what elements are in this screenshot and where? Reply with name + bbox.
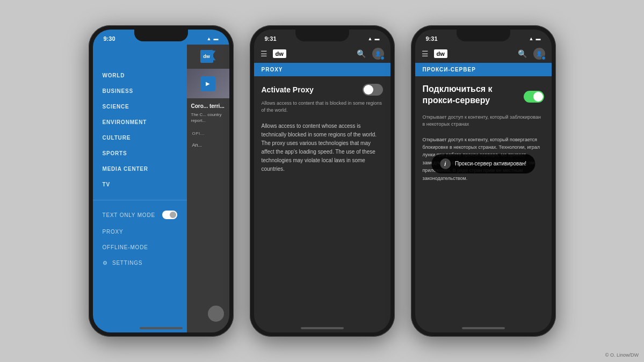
user-avatar-3[interactable]: 👤 bbox=[533, 48, 545, 60]
battery-icon-2: ▬ bbox=[375, 36, 380, 41]
toast-text: Прокси-сервер активирован! bbox=[455, 161, 526, 166]
activate-proxy-toggle[interactable] bbox=[363, 84, 383, 96]
proxy-section-header-2: PROXY bbox=[254, 63, 390, 76]
copyright: © O. Linow/DW bbox=[605, 352, 639, 358]
sidebar-settings-item[interactable]: ⚙ SETTINGS bbox=[93, 255, 187, 271]
status-icons-1: ▲ ▬ bbox=[207, 36, 219, 41]
opinion-thumb bbox=[208, 306, 224, 322]
text-only-mode-toggle[interactable] bbox=[162, 211, 177, 219]
proxy-label: PROXY bbox=[103, 229, 124, 235]
sidebar-item-world[interactable]: WORLD bbox=[93, 68, 187, 83]
sidebar-proxy[interactable]: PROXY bbox=[93, 224, 187, 240]
text-only-mode-label: TEXT ONLY MODE bbox=[103, 212, 155, 218]
connect-proxy-toggle[interactable] bbox=[524, 91, 544, 103]
connect-proxy-title: Подключиться к прокси-серверу bbox=[423, 84, 524, 106]
sidebar-divider bbox=[93, 200, 187, 200]
toast-notification: i Прокси-сервер активирован! bbox=[431, 154, 535, 173]
sidebar-item-environment[interactable]: ENVIRONMENT bbox=[93, 114, 187, 130]
sidebar-item-culture[interactable]: CULTURE bbox=[93, 130, 187, 146]
topbar-left-3: ☰ dw bbox=[422, 49, 447, 58]
notch-3 bbox=[457, 30, 510, 41]
proxy-header-text-3: ПРОКСИ-СЕРВЕР bbox=[423, 67, 544, 73]
news-title: Coro... terri... bbox=[191, 103, 225, 110]
dw-logo-2: dw bbox=[273, 49, 286, 58]
info-icon: i bbox=[440, 158, 451, 169]
settings-label: SETTINGS bbox=[112, 260, 142, 266]
back-chevron[interactable]: ❮ bbox=[209, 49, 222, 61]
play-button[interactable]: ▶ bbox=[200, 76, 215, 91]
proxy-section-header-3: ПРОКСИ-СЕРВЕР bbox=[415, 63, 552, 76]
phones-container: 9:30 ▲ ▬ WORLD BUSINESS SCIENCE ENVIRONM… bbox=[78, 15, 567, 347]
dw-topbar-2: ☰ dw 🔍 👤 bbox=[254, 45, 390, 63]
dw-logo-text-3: dw bbox=[437, 50, 445, 57]
phone-1: 9:30 ▲ ▬ WORLD BUSINESS SCIENCE ENVIRONM… bbox=[89, 25, 234, 337]
offline-mode-label: OFFLINE-MODE bbox=[103, 244, 148, 250]
content-peek: ❮ dw ▶ Coro... terri... The C... country… bbox=[187, 45, 229, 332]
notch-2 bbox=[295, 30, 349, 41]
hamburger-icon-2[interactable]: ☰ bbox=[261, 49, 267, 58]
notch-1 bbox=[134, 30, 188, 41]
opinion-label: OPI... bbox=[187, 128, 229, 139]
sidebar-nav: WORLD BUSINESS SCIENCE ENVIRONMENT CULTU… bbox=[93, 63, 187, 197]
gear-icon: ⚙ bbox=[103, 260, 108, 266]
topbar-left-2: ☰ dw bbox=[261, 49, 286, 58]
wifi-icon-3: ▲ bbox=[529, 36, 534, 41]
proxy-header-text-2: PROXY bbox=[262, 67, 383, 73]
sidebar-item-business[interactable]: BUSINESS bbox=[93, 83, 187, 99]
user-avatar-2[interactable]: 👤 bbox=[372, 48, 384, 60]
topbar-right-3: 🔍 👤 bbox=[518, 48, 545, 60]
wifi-icon: ▲ bbox=[207, 36, 212, 41]
phone-2: 9:31 ▲ ▬ ☰ dw 🔍 👤 bbox=[250, 25, 395, 337]
sidebar-text-only-mode[interactable]: TEXT ONLY MODE bbox=[93, 206, 187, 224]
sidebar-item-science[interactable]: SCIENCE bbox=[93, 99, 187, 114]
status-time-1: 9:30 bbox=[104, 35, 115, 42]
connect-proxy-subtitle: Открывает доступ к контенту, который заб… bbox=[423, 114, 544, 128]
activate-proxy-row-3: Подключиться к прокси-серверу bbox=[423, 84, 544, 110]
search-icon-3[interactable]: 🔍 bbox=[518, 49, 527, 58]
wifi-icon-2: ▲ bbox=[368, 36, 373, 41]
home-indicator-1 bbox=[140, 327, 183, 329]
proxy-subtitle-2: Allows access to content that is blocked… bbox=[262, 100, 383, 113]
proxy-content-2: Activate Proxy Allows access to content … bbox=[254, 76, 390, 181]
user-badge-dot-3 bbox=[541, 56, 546, 60]
proxy-description-2: Allows access to content whose access is… bbox=[262, 122, 383, 173]
phone1-screen: WORLD BUSINESS SCIENCE ENVIRONMENT CULTU… bbox=[93, 45, 229, 332]
battery-icon-3: ▬ bbox=[536, 36, 541, 41]
search-icon-2[interactable]: 🔍 bbox=[357, 49, 366, 58]
news-snippet: The C... country report... bbox=[191, 112, 225, 124]
user-icon-2: 👤 bbox=[375, 51, 381, 56]
home-indicator-2 bbox=[301, 327, 344, 329]
home-indicator-3 bbox=[462, 327, 505, 329]
activate-proxy-row: Activate Proxy bbox=[262, 84, 383, 96]
user-icon-3: 👤 bbox=[536, 51, 542, 56]
status-icons-3: ▲ ▬ bbox=[529, 36, 541, 41]
opinion-text: An... bbox=[187, 139, 229, 148]
status-time-2: 9:31 bbox=[265, 35, 277, 42]
sidebar-item-mediacenter[interactable]: MEDIA CENTER bbox=[93, 161, 187, 177]
sidebar-settings: TEXT ONLY MODE PROXY OFFLINE-MODE ⚙ bbox=[93, 204, 187, 271]
proxy-content-3: Подключиться к прокси-серверу Открывает … bbox=[415, 76, 552, 195]
dw-logo-text: dw bbox=[276, 50, 284, 57]
user-badge-dot-2 bbox=[380, 56, 385, 60]
status-time-3: 9:31 bbox=[426, 35, 438, 42]
activate-proxy-label: Activate Proxy bbox=[262, 85, 314, 94]
sidebar-offline-mode[interactable]: OFFLINE-MODE bbox=[93, 240, 187, 255]
sidebar-item-sports[interactable]: SPORTS bbox=[93, 146, 187, 161]
sidebar: WORLD BUSINESS SCIENCE ENVIRONMENT CULTU… bbox=[93, 45, 187, 332]
hamburger-icon-3[interactable]: ☰ bbox=[422, 49, 429, 58]
topbar-right-2: 🔍 👤 bbox=[357, 48, 384, 60]
phone-3: 9:31 ▲ ▬ ☰ dw 🔍 👤 bbox=[411, 25, 556, 337]
news-image: ▶ bbox=[187, 69, 229, 98]
dw-logo-3: dw bbox=[434, 49, 447, 58]
battery-icon: ▬ bbox=[214, 36, 219, 41]
sidebar-item-tv[interactable]: TV bbox=[93, 177, 187, 192]
dw-topbar-3: ☰ dw 🔍 👤 bbox=[415, 45, 552, 63]
status-icons-2: ▲ ▬ bbox=[368, 36, 380, 41]
